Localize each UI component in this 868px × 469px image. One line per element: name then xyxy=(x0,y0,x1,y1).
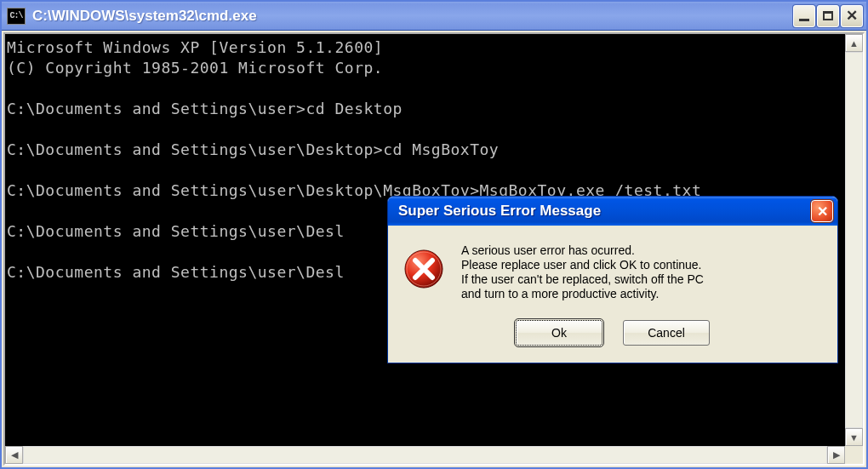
dialog-titlebar[interactable]: Super Serious Error Message ✕ xyxy=(388,197,837,226)
close-icon: ✕ xyxy=(817,203,828,220)
window-buttons: ✕ xyxy=(793,5,863,27)
ok-button[interactable]: Ok xyxy=(516,320,602,346)
error-icon xyxy=(403,249,444,289)
dialog-button-row: Ok Cancel xyxy=(388,317,837,363)
scroll-left-button[interactable]: ◀ xyxy=(5,446,23,464)
cancel-button[interactable]: Cancel xyxy=(623,320,710,346)
dialog-title: Super Serious Error Message xyxy=(398,203,811,220)
cmd-titlebar[interactable]: C:\ C:\WINDOWS\system32\cmd.exe ✕ xyxy=(2,2,866,31)
dialog-body: A serious user error has ocurred. Please… xyxy=(388,226,837,317)
scrollbar-corner xyxy=(845,446,863,464)
horizontal-scrollbar[interactable]: ◀ ▶ xyxy=(5,446,863,464)
vertical-scrollbar[interactable]: ▲ ▼ xyxy=(845,34,863,446)
scroll-track-vertical[interactable] xyxy=(845,52,863,428)
scroll-track-horizontal[interactable] xyxy=(23,446,827,464)
scroll-up-button[interactable]: ▲ xyxy=(845,34,863,52)
cmd-window-title: C:\WINDOWS\system32\cmd.exe xyxy=(32,8,793,25)
minimize-button[interactable] xyxy=(793,5,815,27)
error-dialog[interactable]: Super Serious Error Message ✕ A serio xyxy=(387,196,838,363)
dialog-close-button[interactable]: ✕ xyxy=(811,200,833,222)
cmd-app-icon: C:\ xyxy=(7,8,26,25)
dialog-message: A serious user error has ocurred. Please… xyxy=(461,243,704,301)
scroll-right-button[interactable]: ▶ xyxy=(827,446,845,464)
close-button[interactable]: ✕ xyxy=(841,5,863,27)
scroll-down-button[interactable]: ▼ xyxy=(845,428,863,446)
maximize-button[interactable] xyxy=(817,5,839,27)
